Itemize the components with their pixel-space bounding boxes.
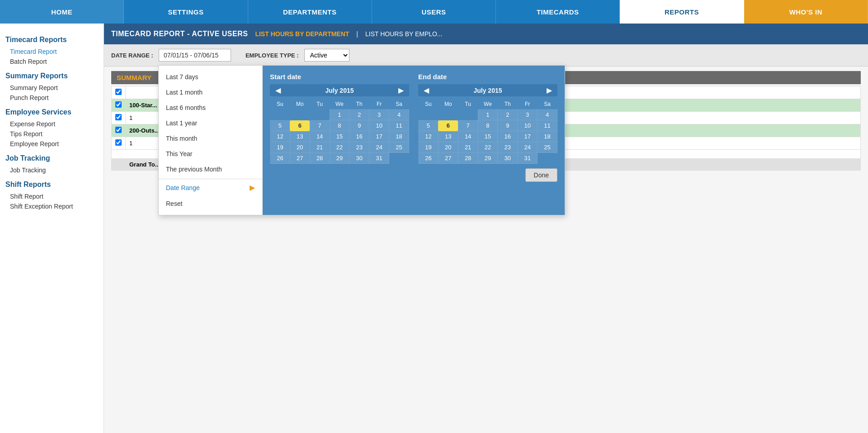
nav-reports[interactable]: REPORTS [620, 0, 744, 24]
sidebar-link-expense-report[interactable]: Expense Report [5, 119, 98, 129]
start-cal-next[interactable]: ▶ [396, 86, 406, 95]
calendar-day-25[interactable]: 25 [389, 142, 409, 153]
option-last-6-months[interactable]: Last 6 months [159, 100, 262, 115]
sidebar-link-shift-exception-report[interactable]: Shift Exception Report [5, 201, 98, 211]
option-this-year[interactable]: This Year [159, 146, 262, 162]
calendar-day-14[interactable]: 14 [458, 131, 478, 142]
calendar-day-16[interactable]: 16 [349, 131, 369, 142]
calendar-day-17[interactable]: 17 [369, 131, 389, 142]
calendar-day-5[interactable]: 5 [419, 120, 439, 131]
calendar-day-24[interactable]: 24 [518, 142, 538, 153]
calendar-day-20[interactable]: 20 [290, 142, 310, 153]
done-button[interactable]: Done [525, 168, 557, 182]
sidebar-link-summary-report[interactable]: Summary Report [5, 83, 98, 93]
sidebar-link-punch-report[interactable]: Punch Report [5, 93, 98, 103]
calendar-day-23[interactable]: 23 [498, 142, 518, 153]
calendar-day-19[interactable]: 19 [270, 142, 290, 153]
calendar-day-3[interactable]: 3 [518, 109, 538, 120]
calendar-day-31[interactable]: 31 [518, 153, 538, 164]
calendar-day-8[interactable]: 8 [330, 120, 349, 131]
calendar-day-13[interactable]: 13 [290, 131, 310, 142]
sidebar-link-tips-report[interactable]: Tips Report [5, 129, 98, 139]
calendar-day-16[interactable]: 16 [498, 131, 518, 142]
calendar-day-14[interactable]: 14 [310, 131, 330, 142]
calendar-day-1[interactable]: 1 [478, 109, 498, 120]
option-last-1-year[interactable]: Last 1 year [159, 115, 262, 131]
calendar-day-28[interactable]: 28 [310, 153, 330, 164]
calendar-day-12[interactable]: 12 [419, 131, 439, 142]
calendar-day-10[interactable]: 10 [369, 120, 389, 131]
calendar-day-15[interactable]: 15 [478, 131, 498, 142]
calendar-day-13[interactable]: 13 [438, 131, 458, 142]
calendar-day-21[interactable]: 21 [458, 142, 478, 153]
calendar-day-8[interactable]: 8 [478, 120, 498, 131]
employee-type-select[interactable]: Active Inactive All [304, 49, 349, 62]
option-last-7-days[interactable]: Last 7 days [159, 69, 262, 85]
calendar-day-9[interactable]: 9 [498, 120, 518, 131]
calendar-day-29[interactable]: 29 [478, 153, 498, 164]
calendar-day-1[interactable]: 1 [330, 109, 349, 120]
calendar-day-4[interactable]: 4 [538, 109, 557, 120]
checkbox-cell[interactable] [112, 99, 126, 112]
calendar-day-21[interactable]: 21 [310, 142, 330, 153]
sidebar-link-timecard-report[interactable]: Timecard Report [5, 47, 98, 57]
nav-whos-in[interactable]: WHO'S IN [744, 0, 868, 24]
calendar-day-27[interactable]: 27 [290, 153, 310, 164]
calendar-day-9[interactable]: 9 [349, 120, 369, 131]
sidebar-link-employee-report[interactable]: Employee Report [5, 139, 98, 149]
sidebar-link-job-tracking[interactable]: Job Tracking [5, 165, 98, 175]
calendar-day-10[interactable]: 10 [518, 120, 538, 131]
nav-users[interactable]: USERS [372, 0, 496, 24]
calendar-day-11[interactable]: 11 [538, 120, 557, 131]
nav-settings[interactable]: SETTINGS [124, 0, 248, 24]
sidebar-link-shift-report[interactable]: Shift Report [5, 191, 98, 201]
option-reset[interactable]: Reset [159, 196, 262, 211]
option-last-1-month[interactable]: Last 1 month [159, 85, 262, 100]
option-previous-month[interactable]: The previous Month [159, 162, 262, 177]
calendar-day-2[interactable]: 2 [498, 109, 518, 120]
checkbox-cell[interactable] [112, 124, 126, 137]
calendar-day-26[interactable]: 26 [419, 153, 439, 164]
checkbox-cell[interactable] [112, 86, 126, 99]
calendar-day-7[interactable]: 7 [458, 120, 478, 131]
calendar-day-30[interactable]: 30 [349, 153, 369, 164]
sidebar-link-batch-report[interactable]: Batch Report [5, 57, 98, 67]
calendar-day-20[interactable]: 20 [438, 142, 458, 153]
calendar-day-6[interactable]: 6 [438, 120, 458, 131]
list-hours-by-dept-link[interactable]: LIST HOURS BY DEPARTMENT [255, 30, 349, 38]
calendar-day-31[interactable]: 31 [369, 153, 389, 164]
calendar-day-6[interactable]: 6 [290, 120, 310, 131]
calendar-day-19[interactable]: 19 [419, 142, 439, 153]
end-cal-prev[interactable]: ◀ [422, 86, 431, 95]
calendar-day-2[interactable]: 2 [349, 109, 369, 120]
calendar-day-22[interactable]: 22 [478, 142, 498, 153]
calendar-day-5[interactable]: 5 [270, 120, 290, 131]
row-checkbox[interactable] [115, 139, 122, 146]
calendar-day-25[interactable]: 25 [538, 142, 557, 153]
calendar-day-18[interactable]: 18 [538, 131, 557, 142]
list-hours-by-emp-link[interactable]: LIST HOURS BY EMPLO... [365, 30, 443, 38]
start-cal-prev[interactable]: ◀ [274, 86, 283, 95]
checkbox-cell[interactable] [112, 112, 126, 124]
date-range-input[interactable]: 07/01/15 - 07/06/15 [159, 49, 231, 62]
option-this-month[interactable]: This month [159, 131, 262, 146]
row-checkbox[interactable] [115, 114, 122, 120]
row-checkbox[interactable] [115, 127, 122, 133]
calendar-day-12[interactable]: 12 [270, 131, 290, 142]
nav-timecards[interactable]: TIMECARDS [496, 0, 620, 24]
calendar-day-24[interactable]: 24 [369, 142, 389, 153]
calendar-day-4[interactable]: 4 [389, 109, 409, 120]
calendar-day-3[interactable]: 3 [369, 109, 389, 120]
calendar-day-28[interactable]: 28 [458, 153, 478, 164]
calendar-day-11[interactable]: 11 [389, 120, 409, 131]
nav-departments[interactable]: DEPARTMENTS [248, 0, 372, 24]
row-checkbox[interactable] [115, 89, 122, 95]
calendar-day-29[interactable]: 29 [330, 153, 349, 164]
calendar-day-26[interactable]: 26 [270, 153, 290, 164]
row-checkbox[interactable] [115, 101, 122, 108]
checkbox-cell[interactable] [112, 137, 126, 150]
calendar-day-30[interactable]: 30 [498, 153, 518, 164]
nav-home[interactable]: HOME [0, 0, 124, 24]
calendar-day-23[interactable]: 23 [349, 142, 369, 153]
calendar-day-22[interactable]: 22 [330, 142, 349, 153]
